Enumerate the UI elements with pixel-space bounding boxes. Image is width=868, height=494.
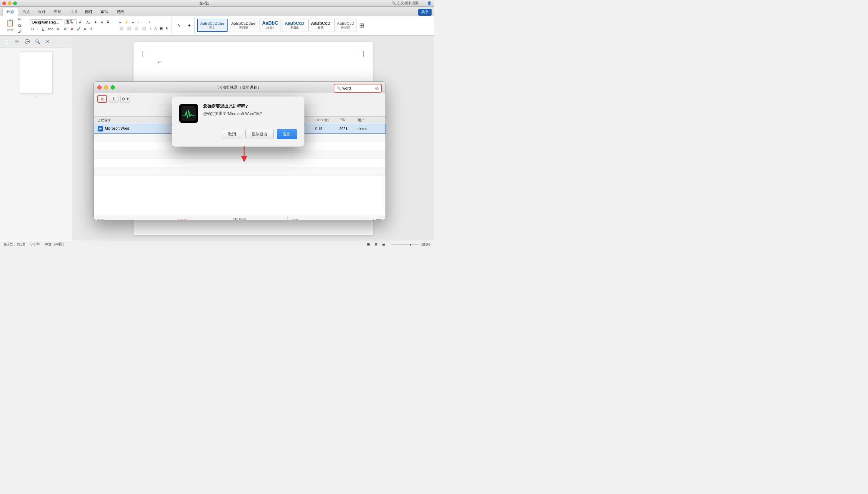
alert-cancel-btn[interactable]: 取消 <box>222 129 242 139</box>
ribbon-tab-bar: 开始 插入 设计 布局 引用 邮件 审阅 视图 共享 <box>0 7 434 16</box>
line-spacing-btn[interactable]: ↕ <box>148 26 153 31</box>
tab-view[interactable]: 视图 <box>113 8 128 16</box>
extra-btn[interactable]: ⊕ <box>187 23 192 28</box>
am-min-btn[interactable] <box>104 86 108 90</box>
bullet-list-btn[interactable]: ≡ <box>118 20 122 25</box>
corner-mark-tr <box>358 51 364 57</box>
tab-mail[interactable]: 邮件 <box>81 8 96 16</box>
am-search-input[interactable] <box>342 86 374 91</box>
char-button[interactable]: Ā <box>105 19 111 25</box>
font-section: A↑ A↓ ✦ A Ā B I U abc X₂ X² A 🖊 A ⊕ <box>28 17 113 34</box>
tab-start[interactable]: 开始 <box>2 8 18 16</box>
share-button[interactable]: 共享 <box>418 9 432 16</box>
alert-force-quit-btn[interactable]: 强制退出 <box>245 129 274 139</box>
underline-button[interactable]: U <box>41 26 45 31</box>
am-quit-btn[interactable]: ✕ <box>97 95 107 103</box>
justify-btn[interactable]: ⬜ <box>141 26 147 31</box>
align-left-btn[interactable]: ⬜ <box>118 26 125 31</box>
process-pid: 2021 <box>339 127 357 131</box>
am-search-clear-btn[interactable]: ⊗ <box>375 86 379 91</box>
highlight-button[interactable]: ✦ <box>93 19 99 25</box>
ribbon-toolbar: 📋 粘贴 ✂ ⧉ 🖌 A↑ A↓ ✦ A Ā <box>0 16 434 35</box>
align-right-btn[interactable]: ⬜ <box>133 26 140 31</box>
style-heading1[interactable]: AaBbC 标题1 <box>259 19 281 32</box>
indent-less-btn[interactable]: ⟵ <box>136 20 143 25</box>
page-thumbnail-1[interactable] <box>20 52 53 94</box>
tab-insert[interactable]: 插入 <box>19 8 34 16</box>
bold-button[interactable]: B <box>30 26 35 31</box>
am-info-btn[interactable]: ℹ <box>109 95 118 103</box>
style-normal[interactable]: AaBbCcDdEe 正文 <box>197 19 227 32</box>
font-name-input[interactable] <box>30 19 63 25</box>
am-cpu-chart: CPU负载 <box>192 216 288 220</box>
copy-button[interactable]: ⧉ <box>17 23 23 28</box>
style-subtitle[interactable]: AaBbCcD 副标题 <box>334 19 357 32</box>
am-max-btn[interactable] <box>111 86 115 90</box>
sidebar-pages-btn[interactable]: 📄 <box>2 37 11 46</box>
font-size-input[interactable] <box>64 19 77 25</box>
am-cpu-stats: 系统： 6.10% 用户： 5.95% 闲置： 87.95% <box>94 216 192 220</box>
table-row-empty-5 <box>94 167 386 176</box>
style-expand-btn[interactable]: ⊞ <box>358 21 366 30</box>
circle-btn[interactable]: ⊕ <box>88 26 94 32</box>
paste-label: 粘贴 <box>7 28 13 32</box>
view-btn-2[interactable]: ⊟ <box>373 242 378 247</box>
tab-layout[interactable]: 布局 <box>50 8 65 16</box>
am-col-gputime: GPU时间 <box>316 118 340 122</box>
view-btn-3[interactable]: ☰ <box>381 242 387 247</box>
style-gallery: AaBbCcDdEe 正文 AaBbCcDdEe 无间隔 AaBbC 标题1 A… <box>197 19 432 32</box>
style-title[interactable]: AaBbCcD 标题 <box>308 19 333 32</box>
style-no-spacing[interactable]: AaBbCcDdEe 无间隔 <box>229 19 258 32</box>
macos-menubar: 文档1 🔍 在文档中搜索 👤 <box>0 0 434 7</box>
sidebar-close-btn[interactable]: ✕ <box>43 37 52 46</box>
font-grow-button[interactable]: A↑ <box>78 20 84 25</box>
tab-design[interactable]: 设计 <box>34 8 50 16</box>
close-button[interactable] <box>2 1 6 5</box>
table-row-empty-4 <box>94 159 386 167</box>
am-system-value: 6.10% <box>178 218 188 220</box>
text-effect-section: A ↕ ⊕ <box>174 17 195 34</box>
status-zoom: 191% <box>421 243 430 247</box>
number-list-btn[interactable]: ⚡ <box>123 20 130 25</box>
am-close-btn[interactable] <box>97 86 102 90</box>
align-center-btn[interactable]: ⬜ <box>126 26 132 31</box>
sidebar-search-btn[interactable]: 🔍 <box>33 37 42 46</box>
minimize-button[interactable] <box>8 1 12 5</box>
format-paint-button[interactable]: 🖌 <box>17 29 23 34</box>
tab-cite[interactable]: 引用 <box>66 8 81 16</box>
subscript-button[interactable]: X₂ <box>56 26 61 32</box>
font-shrink-button[interactable]: A↓ <box>85 20 92 25</box>
text-effect-btn[interactable]: A <box>176 23 181 28</box>
title-bar-right: 🔍 在文档中搜索 👤 <box>392 1 432 6</box>
font-color-btn[interactable]: A <box>70 26 75 31</box>
status-pages: 第1页，共1页 <box>4 242 26 247</box>
alert-text: 您确定要退出此进程吗? 您确定要退出"Microsoft Word"吗? <box>203 104 262 123</box>
am-threads-value: 1,698 <box>373 218 382 220</box>
clear-format-button[interactable]: A <box>100 20 104 25</box>
shading-btn[interactable]: A <box>153 26 158 31</box>
superscript-button[interactable]: X² <box>63 26 68 31</box>
highlight-color-btn[interactable]: 🖊 <box>76 26 81 31</box>
cut-button[interactable]: ✂ <box>17 16 23 22</box>
italic-button[interactable]: I <box>36 26 39 31</box>
maximize-button[interactable] <box>13 1 17 5</box>
borders-btn[interactable]: ⊞ <box>159 26 164 31</box>
indent-more-btn[interactable]: ⟶ <box>144 20 152 25</box>
am-settings-btn[interactable]: ⚙ ▾ <box>120 95 130 103</box>
paste-button[interactable]: 📋 <box>5 18 15 27</box>
alert-header: 您确定要退出此进程吗? 您确定要退出"Microsoft Word"吗? <box>179 104 297 123</box>
strikethrough-button[interactable]: abc <box>47 26 55 31</box>
process-gputime: 0.18 <box>315 127 339 131</box>
sidebar-comment-btn[interactable]: 💬 <box>23 37 31 46</box>
font-color2-btn[interactable]: A <box>83 26 87 31</box>
tab-review[interactable]: 审阅 <box>97 8 112 16</box>
paragraph-btn[interactable]: ¶ <box>165 26 169 31</box>
sidebar-list-btn[interactable]: ☰ <box>13 37 21 46</box>
alert-quit-btn[interactable]: 退出 <box>277 129 297 139</box>
sidebar-toolbar: 📄 ☰ 💬 🔍 ✕ <box>0 36 72 48</box>
view-btn-1[interactable]: ⊞ <box>366 242 371 247</box>
style-heading2[interactable]: AaBbCcD 标题2 <box>282 19 307 32</box>
sort-btn[interactable]: ↕ <box>182 23 186 28</box>
outline-btn[interactable]: ≡ <box>131 20 135 25</box>
am-process-stats: 线程： 1,698 进程： 394 <box>288 216 386 220</box>
